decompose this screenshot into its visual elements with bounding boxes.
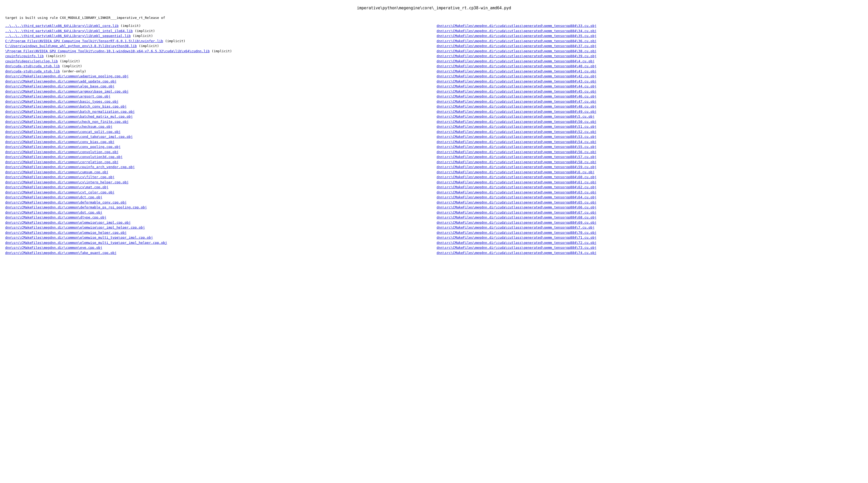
file-link[interactable]: dnn\src\CMakeFiles\megdnn.dir\cuda\cutla… [437,251,596,255]
file-link[interactable]: dnn\src\CMakeFiles\megdnn.dir\common\dct… [5,195,102,199]
file-link[interactable]: dnn\src\CMakeFiles\megdnn.dir\cuda\cutla… [437,84,596,88]
file-link[interactable]: dnn\src\CMakeFiles\megdnn.dir\cuda\cutla… [437,225,594,229]
file-link[interactable]: dnn\src\CMakeFiles\megdnn.dir\cuda\cutla… [437,79,596,83]
file-link[interactable]: dnn\src\CMakeFiles\megdnn.dir\common\dty… [5,215,106,219]
file-link[interactable]: dnn\src\CMakeFiles\megdnn.dir\common\bas… [5,100,119,103]
file-link[interactable]: dnn\src\CMakeFiles\megdnn.dir\cuda\cutla… [437,231,596,234]
file-link[interactable]: dnn\src\CMakeFiles\megdnn.dir\common\cum… [5,170,108,174]
file-link[interactable]: dnn\src\CMakeFiles\megdnn.dir\cuda\cutla… [437,241,596,245]
file-link[interactable]: dnn\src\CMakeFiles\megdnn.dir\common\arg… [5,94,111,98]
file-link[interactable]: dnn\src\CMakeFiles\megdnn.dir\common\con… [5,140,115,144]
file-link[interactable]: dnn\src\CMakeFiles\megdnn.dir\cuda\cutla… [437,29,596,33]
file-link[interactable]: dnn\src\CMakeFiles\megdnn.dir\cuda\cutla… [437,39,596,43]
list-item: ..\..\..\third_party\mkl\x86_64\Library\… [5,23,431,28]
file-link[interactable]: dnn\src\CMakeFiles\megdnn.dir\cuda\cutla… [437,135,596,138]
file-link[interactable]: dnn\src\CMakeFiles\megdnn.dir\cuda\cutla… [437,185,596,189]
file-link[interactable]: dnn\src\CMakeFiles\megdnn.dir\common\cpu… [5,165,135,169]
file-link[interactable]: dnn\src\CMakeFiles\megdnn.dir\cuda\cutla… [437,200,596,204]
file-link[interactable]: dnn\src\CMakeFiles\megdnn.dir\cuda\cutla… [437,104,596,108]
file-link[interactable]: dnn\src\CMakeFiles\megdnn.dir\cuda\cutla… [437,165,596,169]
file-link[interactable]: C:\Program Files\NVIDIA GPU Computing To… [5,39,163,43]
file-link[interactable]: dnn\src\CMakeFiles\megdnn.dir\common\ele… [5,231,127,234]
file-link[interactable]: dnn\src\CMakeFiles\megdnn.dir\cuda\cutla… [437,235,596,239]
file-link[interactable]: dnn\src\CMakeFiles\megdnn.dir\common\con… [5,135,133,138]
file-link[interactable]: dnn\src\CMakeFiles\megdnn.dir\common\add… [5,79,116,83]
file-link[interactable]: dnn\src\CMakeFiles\megdnn.dir\cuda\cutla… [437,44,596,48]
file-link[interactable]: dnn\src\CMakeFiles\megdnn.dir\cuda\cutla… [437,205,596,209]
file-link[interactable]: ..\..\..\third_party\mkl\x86_64\Library\… [5,24,119,28]
file-link[interactable]: dnn\src\CMakeFiles\megdnn.dir\cuda\cutla… [437,130,596,134]
file-link[interactable]: dnn\src\CMakeFiles\megdnn.dir\cuda\cutla… [437,54,596,58]
file-link[interactable]: dnn\cuda-stub\cuda_stub.lib [5,64,60,68]
file-link[interactable]: dnn\src\CMakeFiles\megdnn.dir\common\con… [5,145,121,149]
file-link[interactable]: dnn\src\CMakeFiles\megdnn.dir\cuda\cutla… [437,211,596,214]
file-link[interactable]: dnn\cuda-stub\cuda_stub.lib [5,69,60,73]
file-link[interactable]: dnn\src\CMakeFiles\megdnn.dir\common\che… [5,125,113,129]
file-link[interactable]: dnn\src\CMakeFiles\megdnn.dir\common\cv\… [5,180,128,184]
file-link[interactable]: dnn\src\CMakeFiles\megdnn.dir\cuda\cutla… [437,115,594,119]
file-link[interactable]: dnn\src\CMakeFiles\megdnn.dir\cuda\cutla… [437,64,596,68]
file-link[interactable]: dnn\src\CMakeFiles\megdnn.dir\common\cv\… [5,185,108,189]
file-link[interactable]: dnn\src\CMakeFiles\megdnn.dir\cuda\cutla… [437,175,596,179]
list-item: dnn\src\CMakeFiles\megdnn.dir\common\cpu… [5,164,431,170]
file-link[interactable]: dnn\src\CMakeFiles\megdnn.dir\common\def… [5,200,127,204]
file-link[interactable]: dnn\src\CMakeFiles\megdnn.dir\cuda\cutla… [437,221,596,224]
file-link[interactable]: dnn\src\CMakeFiles\megdnn.dir\common\bat… [5,109,135,114]
file-link[interactable]: dnn\src\CMakeFiles\megdnn.dir\common\ele… [5,235,153,239]
file-link[interactable]: dnn\src\CMakeFiles\megdnn.dir\common\bat… [5,115,133,119]
file-link[interactable]: dnn\src\CMakeFiles\megdnn.dir\common\arg… [5,90,128,93]
page-title: imperative\python\megengine\core\_impera… [5,5,863,11]
file-link[interactable]: dnn\src\CMakeFiles\megdnn.dir\common\che… [5,120,128,124]
file-link[interactable]: dnn\src\CMakeFiles\megdnn.dir\common\ele… [5,241,167,245]
list-item: dnn\src\CMakeFiles\megdnn.dir\cuda\cutla… [437,104,863,109]
file-link[interactable]: dnn\src\CMakeFiles\megdnn.dir\common\con… [5,155,123,159]
file-link[interactable]: dnn\src\CMakeFiles\megdnn.dir\common\cvt… [5,190,115,194]
file-link[interactable]: dnn\src\CMakeFiles\megdnn.dir\cuda\cutla… [437,94,596,98]
file-link[interactable]: dnn\src\CMakeFiles\megdnn.dir\cuda\cutla… [437,109,596,114]
file-link[interactable]: dnn\src\CMakeFiles\megdnn.dir\common\con… [5,150,119,154]
file-link[interactable]: dnn\src\CMakeFiles\megdnn.dir\cuda\cutla… [437,150,596,154]
file-link[interactable]: dnn\src\CMakeFiles\megdnn.dir\common\ele… [5,225,145,229]
file-link[interactable]: dnn\src\CMakeFiles\megdnn.dir\common\ada… [5,74,128,78]
file-link[interactable]: dnn\src\CMakeFiles\megdnn.dir\cuda\cutla… [437,24,596,28]
file-link[interactable]: dnn\src\CMakeFiles\megdnn.dir\common\ele… [5,221,131,224]
file-link[interactable]: dnn\src\CMakeFiles\megdnn.dir\cuda\cutla… [437,155,596,159]
file-link[interactable]: dnn\src\CMakeFiles\megdnn.dir\common\cor… [5,160,119,164]
file-link[interactable]: \Program Files\NVIDIA GPU Computing Tool… [5,49,210,53]
file-link[interactable]: dnn\src\CMakeFiles\megdnn.dir\common\bat… [5,104,127,108]
file-link[interactable]: cpuinfo\deps\clog\clog.lib [5,59,58,63]
list-item: dnn\src\CMakeFiles\megdnn.dir\cuda\cutla… [437,59,863,64]
file-link[interactable]: dnn\src\CMakeFiles\megdnn.dir\common\cv\… [5,175,115,179]
file-link[interactable]: dnn\src\CMakeFiles\megdnn.dir\cuda\cutla… [437,145,596,149]
file-link[interactable]: dnn\src\CMakeFiles\megdnn.dir\common\def… [5,205,147,209]
file-link[interactable]: dnn\src\CMakeFiles\megdnn.dir\common\fak… [5,251,116,255]
file-link[interactable]: dnn\src\CMakeFiles\megdnn.dir\cuda\cutla… [437,140,596,144]
file-link[interactable]: dnn\src\CMakeFiles\megdnn.dir\cuda\cutla… [437,69,596,73]
file-link[interactable]: dnn\src\CMakeFiles\megdnn.dir\cuda\cutla… [437,90,596,93]
list-item: dnn\src\CMakeFiles\megdnn.dir\cuda\cutla… [437,144,863,150]
file-link[interactable]: dnn\src\CMakeFiles\megdnn.dir\cuda\cutla… [437,34,596,38]
file-link[interactable]: dnn\src\CMakeFiles\megdnn.dir\cuda\cutla… [437,160,596,164]
file-link[interactable]: cpuinfo\cpuinfo.lib [5,54,44,58]
file-link[interactable]: dnn\src\CMakeFiles\megdnn.dir\cuda\cutla… [437,195,596,199]
link-suffix: (implicit) [58,59,80,63]
file-link[interactable]: dnn\src\CMakeFiles\megdnn.dir\cuda\cutla… [437,125,596,129]
file-link[interactable]: dnn\src\CMakeFiles\megdnn.dir\cuda\cutla… [437,180,596,184]
file-link[interactable]: dnn\src\CMakeFiles\megdnn.dir\cuda\cutla… [437,100,596,103]
file-link[interactable]: dnn\src\CMakeFiles\megdnn.dir\cuda\cutla… [437,59,594,63]
file-link[interactable]: dnn\src\CMakeFiles\megdnn.dir\common\eye… [5,246,102,250]
file-link[interactable]: dnn\src\CMakeFiles\megdnn.dir\cuda\cutla… [437,190,596,194]
file-link[interactable]: dnn\src\CMakeFiles\megdnn.dir\cuda\cutla… [437,170,594,174]
file-link[interactable]: dnn\src\CMakeFiles\megdnn.dir\cuda\cutla… [437,49,596,53]
file-link[interactable]: dnn\src\CMakeFiles\megdnn.dir\cuda\cutla… [437,246,596,250]
file-link[interactable]: dnn\src\CMakeFiles\megdnn.dir\cuda\cutla… [437,120,596,124]
file-link[interactable]: ..\..\..\third_party\mkl\x86_64\Library\… [5,34,131,38]
file-link[interactable]: dnn\src\CMakeFiles\megdnn.dir\cuda\cutla… [437,74,596,78]
file-link[interactable]: dnn\src\CMakeFiles\megdnn.dir\common\dot… [5,211,102,214]
list-item: dnn\src\CMakeFiles\megdnn.dir\common\bat… [5,114,431,119]
file-link[interactable]: dnn\src\CMakeFiles\megdnn.dir\common\alg… [5,84,115,88]
file-link[interactable]: dnn\src\CMakeFiles\megdnn.dir\common\con… [5,130,121,134]
file-link[interactable]: dnn\src\CMakeFiles\megdnn.dir\cuda\cutla… [437,215,596,219]
file-link[interactable]: ..\..\..\third_party\mkl\x86_64\Library\… [5,29,133,33]
file-link[interactable]: C:\Users\windows_build\mge_whl_python_en… [5,44,137,48]
